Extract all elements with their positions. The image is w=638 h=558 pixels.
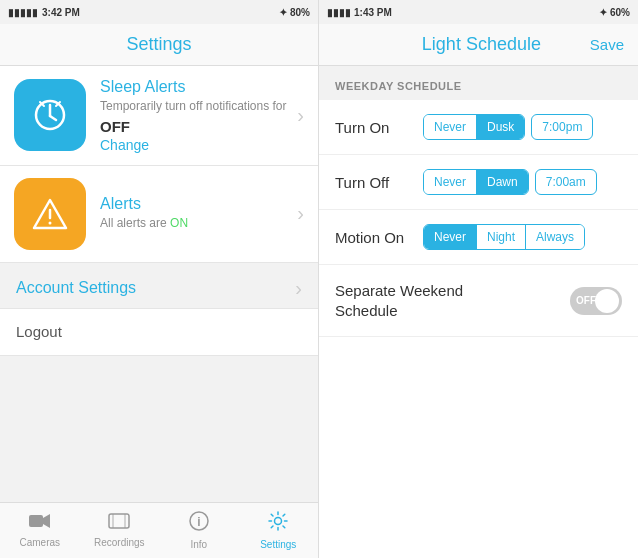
turn-on-label: Turn On	[335, 119, 415, 136]
tab-info[interactable]: i Info	[159, 505, 239, 556]
tab-settings[interactable]: Settings	[239, 505, 319, 556]
turn-on-never-btn[interactable]: Never	[424, 115, 476, 139]
sleep-alerts-item[interactable]: Sleep Alerts Temporarily turn off notifi…	[0, 66, 318, 166]
motion-never-btn[interactable]: Never	[424, 225, 476, 249]
left-time: 3:42 PM	[42, 7, 80, 18]
sleep-alerts-title: Sleep Alerts	[100, 78, 289, 96]
alerts-icon	[14, 178, 86, 250]
motion-on-row: Motion On Never Night Always	[319, 210, 638, 265]
right-bt: ✦	[599, 7, 607, 18]
turn-off-dawn-btn[interactable]: Dawn	[476, 170, 528, 194]
left-status-right: ✦ 80%	[279, 7, 310, 18]
settings-tab-label: Settings	[260, 539, 296, 550]
right-panel: ▮▮▮▮ 1:43 PM ✦ 60% Light Schedule Save W…	[319, 0, 638, 558]
motion-always-btn[interactable]: Always	[525, 225, 584, 249]
svg-point-7	[49, 221, 52, 224]
left-status-left: ▮▮▮▮▮ 3:42 PM	[8, 7, 80, 18]
turn-off-row: Turn Off Never Dawn 7:00am	[319, 155, 638, 210]
recordings-icon	[108, 513, 130, 534]
info-icon: i	[189, 511, 209, 536]
logout-item[interactable]: Logout	[0, 308, 318, 356]
alerts-content: Alerts All alerts are ON	[100, 195, 289, 232]
schedule-content: Turn On Never Dusk 7:00pm Turn Off Never…	[319, 100, 638, 558]
tab-recordings[interactable]: Recordings	[80, 507, 160, 554]
left-tab-bar: Cameras Recordings i Info Settings	[0, 502, 318, 558]
settings-list: Sleep Alerts Temporarily turn off notifi…	[0, 66, 318, 502]
turn-on-row: Turn On Never Dusk 7:00pm	[319, 100, 638, 155]
svg-rect-8	[29, 515, 43, 527]
signal-icons: ▮▮▮▮▮	[8, 7, 38, 18]
motion-on-label: Motion On	[335, 229, 415, 246]
toggle-knob	[595, 289, 619, 313]
svg-rect-12	[124, 514, 126, 528]
settings-tab-icon	[268, 511, 288, 536]
sleep-alerts-status: OFF	[100, 118, 289, 135]
info-label: Info	[190, 539, 207, 550]
motion-night-btn[interactable]: Night	[476, 225, 525, 249]
sleep-alerts-icon	[14, 79, 86, 151]
left-status-bar: ▮▮▮▮▮ 3:42 PM ✦ 80%	[0, 0, 318, 24]
light-schedule-title: Light Schedule	[373, 34, 590, 55]
separate-weekend-label: Separate WeekendSchedule	[335, 281, 463, 320]
alerts-title: Alerts	[100, 195, 289, 213]
tab-cameras[interactable]: Cameras	[0, 507, 80, 554]
settings-title: Settings	[126, 34, 191, 54]
left-header: Settings	[0, 24, 318, 66]
cameras-icon	[29, 513, 51, 534]
sleep-alerts-subtitle: Temporarily turn off notifications for	[100, 98, 289, 115]
svg-text:i: i	[197, 515, 200, 529]
svg-marker-9	[43, 514, 50, 528]
separate-weekend-row: Separate WeekendSchedule OFF	[319, 265, 638, 337]
turn-on-segmented: Never Dusk	[423, 114, 525, 140]
alerts-on-status: ON	[170, 216, 188, 230]
svg-rect-11	[112, 514, 114, 528]
sleep-alerts-action[interactable]: Change	[100, 137, 289, 153]
save-button[interactable]: Save	[590, 36, 624, 53]
cameras-label: Cameras	[19, 537, 60, 548]
turn-off-time[interactable]: 7:00am	[535, 169, 597, 195]
svg-line-2	[50, 116, 56, 120]
account-settings-section[interactable]: Account Settings ›	[0, 263, 318, 308]
turn-off-label: Turn Off	[335, 174, 415, 191]
turn-off-never-btn[interactable]: Never	[424, 170, 476, 194]
sleep-alerts-content: Sleep Alerts Temporarily turn off notifi…	[100, 78, 289, 153]
alerts-chevron: ›	[297, 202, 304, 225]
sleep-alerts-chevron: ›	[297, 104, 304, 127]
right-header: Light Schedule Save	[319, 24, 638, 66]
battery-text: 80%	[290, 7, 310, 18]
recordings-label: Recordings	[94, 537, 145, 548]
right-status-bar: ▮▮▮▮ 1:43 PM ✦ 60%	[319, 0, 638, 24]
right-status-right: ✦ 60%	[599, 7, 630, 18]
left-panel: ▮▮▮▮▮ 3:42 PM ✦ 80% Settings S	[0, 0, 319, 558]
bt-icon: ✦	[279, 7, 287, 18]
account-settings-chevron: ›	[295, 277, 302, 300]
alerts-subtitle: All alerts are ON	[100, 215, 289, 232]
right-signal: ▮▮▮▮	[327, 7, 351, 18]
right-status-left: ▮▮▮▮ 1:43 PM	[327, 7, 392, 18]
weekend-toggle[interactable]: OFF	[570, 287, 622, 315]
account-settings-label: Account Settings	[16, 279, 136, 297]
alerts-item[interactable]: Alerts All alerts are ON ›	[0, 166, 318, 263]
right-battery: 60%	[610, 7, 630, 18]
toggle-state-label: OFF	[576, 295, 596, 306]
svg-point-15	[275, 518, 282, 525]
turn-off-segmented: Never Dawn	[423, 169, 529, 195]
turn-on-time[interactable]: 7:00pm	[531, 114, 593, 140]
weekday-schedule-label: WEEKDAY SCHEDULE	[319, 66, 638, 100]
right-time: 1:43 PM	[354, 7, 392, 18]
turn-on-dusk-btn[interactable]: Dusk	[476, 115, 524, 139]
logout-label: Logout	[16, 323, 62, 340]
motion-on-segmented: Never Night Always	[423, 224, 585, 250]
